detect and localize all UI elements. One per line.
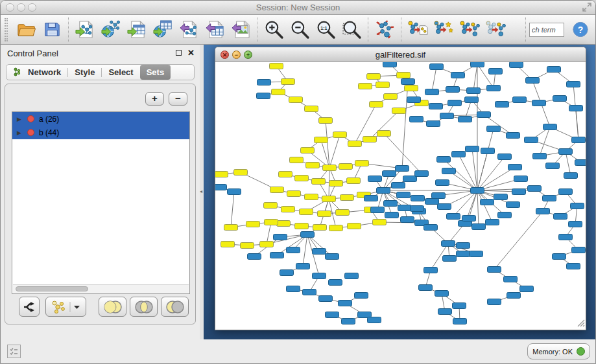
import-network-from-file-button[interactable] bbox=[72, 17, 98, 43]
network-node[interactable] bbox=[326, 312, 339, 318]
network-node[interactable] bbox=[437, 157, 451, 163]
zoom-fit-button[interactable]: 1:1 bbox=[313, 17, 339, 43]
network-node[interactable] bbox=[368, 317, 381, 323]
union-sets-button[interactable] bbox=[99, 297, 126, 317]
network-node-set-a[interactable] bbox=[397, 73, 411, 78]
network-node[interactable] bbox=[303, 290, 316, 295]
network-node[interactable] bbox=[364, 196, 378, 201]
network-node[interactable] bbox=[572, 137, 586, 143]
filter-set-in-network-button[interactable] bbox=[483, 17, 508, 43]
network-node[interactable] bbox=[425, 89, 439, 95]
collapse-panel-icon[interactable]: ◂ bbox=[200, 188, 202, 194]
network-node-set-a[interactable] bbox=[300, 209, 313, 215]
network-node[interactable] bbox=[457, 251, 470, 257]
zoom-selected-button[interactable] bbox=[339, 17, 364, 43]
network-node-set-a[interactable] bbox=[224, 225, 238, 231]
network-node[interactable] bbox=[465, 97, 479, 103]
network-node-set-a[interactable] bbox=[246, 222, 260, 227]
network-node-set-a[interactable] bbox=[336, 210, 350, 216]
network-node-set-a[interactable] bbox=[215, 172, 228, 177]
open-session-button[interactable] bbox=[13, 17, 39, 43]
network-node-set-a[interactable] bbox=[287, 191, 301, 197]
network-node[interactable] bbox=[248, 254, 261, 260]
network-node-set-a[interactable] bbox=[301, 148, 315, 154]
network-node[interactable] bbox=[487, 126, 501, 132]
network-node[interactable] bbox=[301, 232, 315, 238]
network-node-set-a[interactable] bbox=[272, 89, 285, 95]
network-node[interactable] bbox=[453, 303, 466, 309]
network-node-set-a[interactable] bbox=[306, 163, 320, 168]
network-node-set-a[interactable] bbox=[347, 178, 361, 184]
network-node[interactable] bbox=[443, 256, 457, 262]
disclosure-triangle-icon[interactable]: ▶ bbox=[17, 130, 21, 136]
network-node[interactable] bbox=[411, 206, 424, 212]
create-set-from-selected-button[interactable] bbox=[431, 17, 457, 43]
network-node[interactable] bbox=[403, 176, 417, 182]
sets-list[interactable]: ▶a (26)▶b (44) bbox=[12, 111, 190, 294]
network-window-titlebar[interactable]: ✕ − + galFiltered.sif bbox=[215, 47, 586, 62]
select-set-in-network-button[interactable] bbox=[457, 17, 483, 43]
network-node-set-a[interactable] bbox=[370, 102, 383, 108]
network-node[interactable] bbox=[383, 171, 396, 177]
network-node[interactable] bbox=[427, 121, 440, 127]
network-node-set-a[interactable] bbox=[355, 161, 369, 166]
network-node[interactable] bbox=[471, 62, 484, 67]
network-node-set-a[interactable] bbox=[319, 118, 333, 124]
network-node[interactable] bbox=[510, 62, 523, 68]
network-node[interactable] bbox=[430, 64, 444, 70]
network-node[interactable] bbox=[401, 79, 415, 85]
network-node-set-a[interactable] bbox=[234, 170, 248, 176]
tab-network[interactable]: Network bbox=[6, 65, 67, 80]
network-node[interactable] bbox=[547, 67, 561, 73]
network-node[interactable] bbox=[377, 188, 390, 194]
network-node-set-a[interactable] bbox=[295, 176, 309, 181]
network-node[interactable] bbox=[385, 212, 399, 218]
network-node[interactable] bbox=[467, 88, 481, 94]
network-node[interactable] bbox=[512, 189, 526, 195]
network-node-set-a[interactable] bbox=[281, 79, 295, 85]
network-node[interactable] bbox=[567, 82, 580, 87]
network-node-set-a[interactable] bbox=[348, 223, 361, 229]
network-node-set-a[interactable] bbox=[339, 164, 353, 170]
network-node[interactable] bbox=[514, 176, 528, 182]
create-set-from-network-button[interactable] bbox=[405, 17, 431, 43]
network-node[interactable] bbox=[470, 251, 483, 257]
tab-style[interactable]: Style bbox=[68, 65, 101, 80]
network-node[interactable] bbox=[411, 196, 425, 201]
network-node[interactable] bbox=[326, 254, 339, 260]
network-node[interactable] bbox=[481, 148, 495, 154]
network-node[interactable] bbox=[533, 154, 547, 159]
network-node-set-a[interactable] bbox=[405, 85, 418, 91]
network-node[interactable] bbox=[532, 100, 546, 106]
network-node-set-a[interactable] bbox=[265, 220, 278, 225]
network-node[interactable] bbox=[228, 189, 241, 195]
network-node[interactable] bbox=[274, 234, 287, 240]
network-node[interactable] bbox=[559, 149, 573, 155]
resize-grip-icon[interactable] bbox=[577, 318, 585, 330]
network-node[interactable] bbox=[477, 112, 491, 118]
network-node[interactable] bbox=[396, 166, 409, 172]
network-node[interactable] bbox=[472, 224, 486, 230]
network-node-set-a[interactable] bbox=[290, 157, 304, 163]
network-node[interactable] bbox=[287, 247, 300, 253]
extract-set-button[interactable] bbox=[19, 297, 40, 317]
remove-set-button[interactable]: − bbox=[169, 92, 187, 106]
network-node[interactable] bbox=[489, 69, 503, 74]
network-node[interactable] bbox=[424, 267, 438, 273]
network-node[interactable] bbox=[401, 217, 414, 223]
network-node[interactable] bbox=[447, 214, 460, 220]
network-node[interactable] bbox=[559, 189, 573, 195]
network-node-set-a[interactable] bbox=[295, 223, 309, 229]
network-node[interactable] bbox=[451, 73, 465, 78]
network-node-set-a[interactable] bbox=[359, 84, 372, 89]
memory-status[interactable]: Memory: OK bbox=[527, 343, 590, 359]
tab-sets[interactable]: Sets bbox=[140, 65, 171, 80]
network-node[interactable] bbox=[392, 183, 405, 188]
network-node[interactable] bbox=[525, 137, 538, 143]
network-node[interactable] bbox=[572, 247, 586, 253]
network-node-set-a[interactable] bbox=[323, 165, 337, 171]
network-node[interactable] bbox=[520, 286, 534, 292]
network-node[interactable] bbox=[569, 106, 583, 111]
network-node-set-a[interactable] bbox=[367, 74, 381, 80]
network-node[interactable] bbox=[507, 133, 520, 139]
